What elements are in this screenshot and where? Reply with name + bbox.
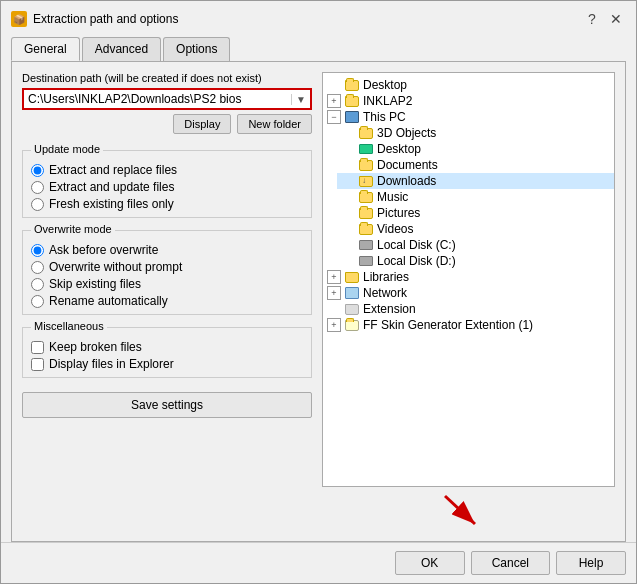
tree-label-music: Music xyxy=(377,190,408,204)
checkbox-display-explorer[interactable]: Display files in Explorer xyxy=(31,357,303,371)
miscellaneous-section: Miscellaneous Keep broken files Display … xyxy=(22,327,312,378)
radio-skip-existing[interactable]: Skip existing files xyxy=(31,277,303,291)
lib-icon-libraries xyxy=(344,270,360,284)
destination-label: Destination path (will be created if doe… xyxy=(22,72,312,84)
expander-libraries[interactable] xyxy=(327,270,341,284)
tab-advanced[interactable]: Advanced xyxy=(82,37,161,61)
tab-options[interactable]: Options xyxy=(163,37,230,61)
radio-skip-existing-input[interactable] xyxy=(31,278,44,291)
folder-icon-videos xyxy=(358,222,374,236)
folder-icon-music xyxy=(358,190,374,204)
folder-icon-3d-objects xyxy=(358,126,374,140)
folder-icon-pictures xyxy=(358,206,374,220)
tab-general[interactable]: General xyxy=(11,37,80,61)
expander-documents xyxy=(341,158,355,172)
tree-item-desktop[interactable]: Desktop xyxy=(337,141,614,157)
tree-item-this-pc[interactable]: This PC xyxy=(323,109,614,125)
tree-item-documents[interactable]: Documents xyxy=(337,157,614,173)
checkbox-keep-broken[interactable]: Keep broken files xyxy=(31,340,303,354)
radio-extract-update-label: Extract and update files xyxy=(49,180,174,194)
tree-item-ff-skin[interactable]: FF Skin Generator Extention (1) xyxy=(323,317,614,333)
help-button[interactable]: Help xyxy=(556,551,626,575)
drive-icon-d xyxy=(358,254,374,268)
tree-item-downloads[interactable]: Downloads xyxy=(337,173,614,189)
tree-item-videos[interactable]: Videos xyxy=(337,221,614,237)
tree-item-music[interactable]: Music xyxy=(337,189,614,205)
tree-view[interactable]: Desktop INKLAP2 This PC xyxy=(322,72,615,487)
radio-fresh-existing-input[interactable] xyxy=(31,198,44,211)
new-folder-button[interactable]: New folder xyxy=(237,114,312,134)
radio-extract-replace-input[interactable] xyxy=(31,164,44,177)
tree-item-local-disk-c[interactable]: Local Disk (C:) xyxy=(337,237,614,253)
dialog-icon: 📦 xyxy=(11,11,27,27)
main-panel: Destination path (will be created if doe… xyxy=(11,61,626,542)
tree-label-local-disk-c: Local Disk (C:) xyxy=(377,238,456,252)
tree-item-3d-objects[interactable]: 3D Objects xyxy=(337,125,614,141)
expander-inklap2[interactable] xyxy=(327,94,341,108)
expander-3d-objects xyxy=(341,126,355,140)
radio-overwrite-no-prompt[interactable]: Overwrite without prompt xyxy=(31,260,303,274)
destination-row: ▼ xyxy=(22,88,312,110)
expander-desktop-top xyxy=(327,78,341,92)
ok-button[interactable]: OK xyxy=(395,551,465,575)
tree-item-inklap2[interactable]: INKLAP2 xyxy=(323,93,614,109)
arrow-annotation xyxy=(322,487,615,531)
radio-rename-auto-input[interactable] xyxy=(31,295,44,308)
update-mode-section: Update mode Extract and replace files Ex… xyxy=(22,150,312,218)
tree-label-desktop: Desktop xyxy=(377,142,421,156)
checkbox-display-explorer-label: Display files in Explorer xyxy=(49,357,174,371)
radio-extract-replace[interactable]: Extract and replace files xyxy=(31,163,303,177)
expander-network[interactable] xyxy=(327,286,341,300)
radio-overwrite-no-prompt-input[interactable] xyxy=(31,261,44,274)
radio-ask-before[interactable]: Ask before overwrite xyxy=(31,243,303,257)
tree-item-libraries[interactable]: Libraries xyxy=(323,269,614,285)
red-arrow-svg xyxy=(435,491,485,531)
update-mode-label: Update mode xyxy=(31,143,103,155)
close-button[interactable]: ✕ xyxy=(606,9,626,29)
radio-extract-update[interactable]: Extract and update files xyxy=(31,180,303,194)
expander-ff-skin[interactable] xyxy=(327,318,341,332)
checkbox-keep-broken-input[interactable] xyxy=(31,341,44,354)
destination-section: Destination path (will be created if doe… xyxy=(22,72,312,138)
radio-rename-auto[interactable]: Rename automatically xyxy=(31,294,303,308)
radio-ask-before-input[interactable] xyxy=(31,244,44,257)
destination-input-wrapper: ▼ xyxy=(22,88,312,110)
overwrite-mode-label: Overwrite mode xyxy=(31,223,115,235)
tree-label-libraries: Libraries xyxy=(363,270,409,284)
dialog-title: Extraction path and options xyxy=(33,12,178,26)
tree-label-pictures: Pictures xyxy=(377,206,420,220)
drive-icon-c xyxy=(358,238,374,252)
radio-extract-update-input[interactable] xyxy=(31,181,44,194)
help-title-button[interactable]: ? xyxy=(582,9,602,29)
tree-item-pictures[interactable]: Pictures xyxy=(337,205,614,221)
radio-fresh-existing[interactable]: Fresh existing files only xyxy=(31,197,303,211)
expander-local-disk-d xyxy=(341,254,355,268)
radio-rename-auto-label: Rename automatically xyxy=(49,294,168,308)
miscellaneous-label: Miscellaneous xyxy=(31,320,107,332)
pc-icon-this-pc xyxy=(344,110,360,124)
tree-item-local-disk-d[interactable]: Local Disk (D:) xyxy=(337,253,614,269)
display-button[interactable]: Display xyxy=(173,114,231,134)
update-mode-options: Extract and replace files Extract and up… xyxy=(31,163,303,211)
radio-ask-before-label: Ask before overwrite xyxy=(49,243,158,257)
dialog-window: 📦 Extraction path and options ? ✕ Genera… xyxy=(0,0,637,584)
checkbox-display-explorer-input[interactable] xyxy=(31,358,44,371)
save-settings-button[interactable]: Save settings xyxy=(22,392,312,418)
destination-dropdown-arrow[interactable]: ▼ xyxy=(291,94,310,105)
checkbox-keep-broken-label: Keep broken files xyxy=(49,340,142,354)
tree-label-documents: Documents xyxy=(377,158,438,172)
expander-extension xyxy=(327,302,341,316)
tree-item-desktop-top[interactable]: Desktop xyxy=(323,77,614,93)
tree-label-network: Network xyxy=(363,286,407,300)
tab-bar: General Advanced Options xyxy=(1,33,636,61)
destination-input[interactable] xyxy=(24,90,291,108)
tree-label-extension: Extension xyxy=(363,302,416,316)
expander-this-pc[interactable] xyxy=(327,110,341,124)
expander-music xyxy=(341,190,355,204)
tree-item-extension[interactable]: Extension xyxy=(323,301,614,317)
overwrite-mode-section: Overwrite mode Ask before overwrite Over… xyxy=(22,230,312,315)
tree-label-local-disk-d: Local Disk (D:) xyxy=(377,254,456,268)
misc-options: Keep broken files Display files in Explo… xyxy=(31,340,303,371)
cancel-button[interactable]: Cancel xyxy=(471,551,550,575)
tree-item-network[interactable]: Network xyxy=(323,285,614,301)
